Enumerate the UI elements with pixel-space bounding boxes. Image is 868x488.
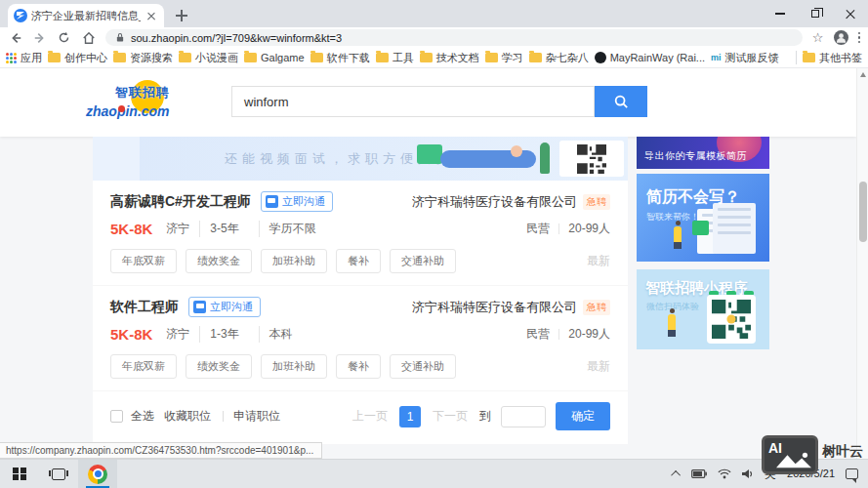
banner-illustration-person [440, 150, 536, 168]
bookmark-label: 技术文档 [436, 51, 479, 65]
prev-page-button[interactable]: 上一页 [352, 408, 388, 425]
current-page[interactable]: 1 [399, 406, 421, 427]
bookmark-folder-zaqizaba[interactable]: 杂七杂八 [529, 51, 589, 65]
browser-tab[interactable]: 济宁企业最新招聘信息_求职信息 [8, 4, 164, 27]
job-listing: 高薪诚聘C#开发工程师 立即沟通 济宁科瑞特医疗设备有限公司 急聘 5K-8K … [93, 181, 628, 286]
confirm-button[interactable]: 确定 [556, 402, 610, 430]
other-bookmarks[interactable]: 其他书签 [803, 51, 862, 65]
bookmark-folder-gongju[interactable]: 工具 [376, 51, 414, 65]
new-tab-button[interactable] [174, 8, 189, 23]
freshness-label: 最新 [587, 358, 610, 375]
address-bar[interactable]: sou.zhaopin.com/?jl=709&kw=winform&kt=3 [105, 29, 803, 46]
folder-icon [48, 53, 61, 62]
folder-icon [420, 53, 433, 62]
back-button[interactable] [8, 30, 22, 45]
company-link[interactable]: 济宁科瑞特医疗设备有限公司 [412, 299, 577, 316]
bookmark-folder-jishu[interactable]: 技术文档 [420, 51, 479, 65]
job-title-link[interactable]: 高薪诚聘C#开发工程师 [110, 193, 251, 211]
bookmark-github[interactable]: MayRainWay (Rai... [595, 52, 705, 63]
bookmark-folder-xuexi[interactable]: 学习 [485, 51, 523, 65]
profile-avatar[interactable] [834, 30, 848, 45]
search-button[interactable] [595, 86, 647, 117]
window-controls [763, 0, 868, 27]
apply-jobs-link[interactable]: 申请职位 [233, 408, 280, 425]
bookmark-folder-galgame[interactable]: Galgame [244, 52, 305, 63]
company-size: 20-99人 [568, 326, 610, 343]
close-button[interactable] [833, 0, 868, 27]
bookmark-label: 应用 [21, 51, 42, 65]
tab-close-icon[interactable] [145, 9, 158, 22]
scrollbar-up-arrow[interactable] [860, 72, 866, 77]
page-viewport: 智联招聘 zhaopin.com winform 还能视频面试，求职方便又安心 [0, 68, 868, 459]
chat-now-button[interactable]: 立即沟通 [261, 191, 333, 212]
windows-logo-icon [13, 468, 26, 481]
bookmark-label: 杂七杂八 [546, 51, 589, 65]
ad-resume-help[interactable]: 简历不会写？ 智联来帮你！ [637, 174, 769, 262]
job-education: 学历不限 [259, 221, 326, 237]
ad-mini-program[interactable]: 智联招聘小程序 微信扫码体验 [637, 269, 769, 349]
home-button[interactable] [81, 30, 96, 45]
battery-icon[interactable] [691, 469, 707, 478]
minimize-button[interactable] [763, 0, 798, 27]
logo-en-text: zhaopin.com [86, 103, 170, 119]
zhaopin-logo[interactable]: 智联招聘 zhaopin.com [86, 80, 170, 125]
job-title-link[interactable]: 软件工程师 [110, 299, 179, 316]
bookmark-folder-ruanjian[interactable]: 软件下载 [310, 51, 370, 65]
bookmark-label: Galgame [261, 52, 305, 63]
next-page-button[interactable]: 下一页 [433, 408, 468, 425]
goto-page-input[interactable] [501, 406, 546, 427]
tab-title: 济宁企业最新招聘信息_求职信息 [31, 9, 141, 23]
banner-qr-code [559, 141, 624, 177]
chrome-taskbar-button[interactable] [78, 460, 117, 488]
company-link[interactable]: 济宁科瑞特医疗设备有限公司 [412, 193, 577, 211]
page-scrollbar[interactable] [856, 68, 868, 459]
bookmark-star-icon[interactable]: ☆ [812, 31, 824, 44]
bookmark-folder-ziyuan[interactable]: 资源搜索 [113, 51, 173, 65]
bookmark-label: MayRainWay (Rai... [610, 52, 705, 63]
task-view-icon [52, 468, 65, 480]
goto-label: 到 [479, 408, 491, 425]
search-input[interactable]: winform [231, 86, 595, 117]
browser-toolbar: sou.zhaopin.com/?jl=709&kw=winform&kt=3 … [0, 27, 868, 48]
zhaopin-favicon-icon [14, 9, 27, 22]
desktop: 济宁企业最新招聘信息_求职信息 sou.zhaopin.com/?jl=709&… [0, 0, 868, 488]
bookmark-folder-xiaoshuo[interactable]: 小说漫画 [179, 51, 238, 65]
restore-button[interactable] [798, 0, 833, 27]
bookmark-ceshifu[interactable]: mi测试服反馈 [711, 51, 779, 65]
folder-icon [485, 53, 498, 62]
job-listing: 软件工程师 立即沟通 济宁科瑞特医疗设备有限公司 急聘 5K-8K 济宁 1-3… [93, 286, 628, 391]
bookmark-apps[interactable]: 应用 [6, 51, 42, 65]
salary-text: 5K-8K [110, 326, 152, 343]
bookmark-label: 工具 [393, 51, 414, 65]
ad-person-illustration [668, 314, 676, 330]
benefit-tag: 餐补 [336, 249, 381, 273]
folder-icon [179, 53, 191, 62]
chat-now-button[interactable]: 立即沟通 [188, 297, 261, 317]
browser-menu-icon[interactable] [858, 32, 861, 44]
company-type: 民营 [526, 221, 550, 237]
folder-icon [529, 53, 542, 62]
tray-expand-icon[interactable] [671, 470, 681, 480]
bookmark-folder-chuangzuo[interactable]: 创作中心 [48, 51, 107, 65]
forward-button[interactable] [32, 30, 47, 45]
task-view-button[interactable] [39, 460, 78, 488]
chrome-icon [88, 465, 107, 484]
bookmarks-separator [796, 51, 797, 64]
benefit-tag: 交通补助 [390, 354, 456, 379]
start-button[interactable] [0, 460, 39, 488]
ad-resume-template[interactable]: 导出你的专属模板简历 [637, 137, 769, 169]
restore-icon [811, 10, 819, 18]
job-education: 本科 [259, 326, 303, 343]
company-badge: 急聘 [583, 300, 610, 315]
promo-banner[interactable]: 还能视频面试，求职方便又安心 [93, 137, 628, 181]
wifi-icon[interactable] [718, 468, 731, 479]
scrollbar-thumb[interactable] [859, 182, 867, 242]
select-all-checkbox[interactable] [110, 410, 123, 423]
reload-button[interactable] [57, 30, 71, 45]
ad-person-illustration [674, 226, 682, 242]
close-icon [845, 8, 856, 20]
volume-icon[interactable] [742, 468, 754, 479]
benefit-tag: 绩效奖金 [186, 354, 252, 379]
favorite-jobs-link[interactable]: 收藏职位 [164, 408, 211, 425]
select-all-label[interactable]: 全选 [131, 408, 154, 425]
